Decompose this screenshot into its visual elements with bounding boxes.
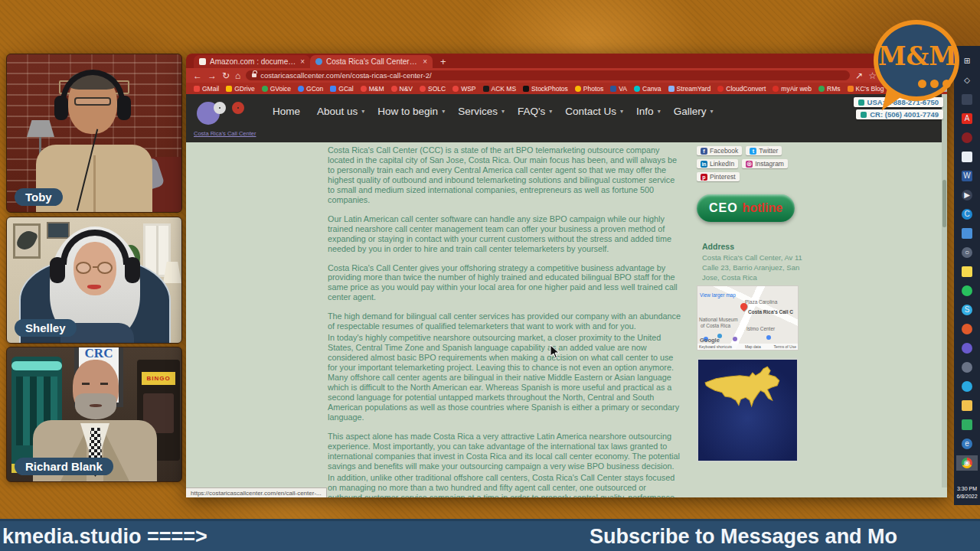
tab-close-icon[interactable]: × [423, 57, 427, 66]
page-scrollbar[interactable] [942, 94, 947, 487]
taskbar-app-icon[interactable] [956, 321, 978, 337]
tab-costa-rica-call-center[interactable]: Costa Rica's Call Center | Costa R × [310, 55, 433, 68]
new-tab-button[interactable]: + [440, 55, 446, 68]
bookmark-item[interactable]: GVoice [262, 85, 291, 93]
google-map-embed[interactable]: View larger map Plaza CarolinaCosta Rica… [697, 285, 799, 350]
lips [87, 285, 101, 289]
bookmark-item[interactable]: GCal [330, 85, 353, 93]
bookmark-item[interactable]: SOLC [420, 85, 446, 93]
taskbar-app-icon[interactable] [956, 398, 978, 413]
bookmark-item[interactable]: Photos [575, 85, 603, 93]
taskbar-app-icon[interactable]: C [956, 207, 978, 222]
bookmark-item[interactable]: Canva [634, 85, 662, 93]
nav-item[interactable]: Home [273, 106, 304, 117]
bookmark-favicon [523, 86, 529, 92]
frame-art [15, 228, 39, 253]
taskbar-app-icon[interactable]: ○ [956, 245, 978, 260]
bookmark-favicon [262, 86, 268, 92]
bookmark-item[interactable]: GCon [298, 85, 323, 93]
bookmark-favicon [717, 86, 724, 92]
bookmark-item[interactable]: GDrive [226, 85, 254, 93]
bookmark-item[interactable]: StockPhotos [523, 85, 568, 93]
taskbar-app-icon[interactable]: A [956, 111, 978, 126]
paragraph: The high demand for bilingual call cente… [328, 311, 681, 331]
scrollbar-thumb[interactable] [942, 180, 946, 227]
taskbar-app-icon[interactable]: ▶ [956, 187, 978, 203]
taskbar-app-icon[interactable]: ◉ [956, 455, 978, 471]
nav-item[interactable]: Gallery▾ [674, 106, 714, 117]
address-bar[interactable]: costaricascallcenter.com/en/costa-ricas-… [246, 70, 850, 80]
taskbar-app-icon[interactable] [956, 130, 978, 145]
taskbar-app-icon[interactable]: ◇ [956, 73, 978, 88]
bookmark-item[interactable]: RMs [818, 85, 840, 93]
social-link[interactable]: t Twitter [746, 146, 782, 155]
ceo-hotline-button[interactable]: CEOhotline [697, 194, 795, 222]
chevron-down-icon: ▾ [620, 108, 623, 115]
taskbar-app-icon[interactable] [956, 92, 978, 107]
map-label: National Museum [699, 317, 738, 322]
social-link[interactable]: in LinkedIn [697, 159, 738, 168]
phone-icon [858, 99, 864, 106]
chevron-down-icon: ▾ [442, 108, 445, 115]
taskbar-clock[interactable]: 3:30 PM 6/8/2022 [956, 485, 977, 500]
taskbar-app-icon[interactable] [956, 226, 978, 241]
bookmark-item[interactable]: N&V [391, 85, 413, 93]
taskbar-app-icon[interactable] [956, 360, 978, 375]
phone-icon [861, 112, 867, 118]
view-larger-map-link[interactable]: View larger map [700, 292, 736, 298]
main-navigation: Home About us▾ How to begin▾ Services▾ [273, 100, 713, 122]
share-icon[interactable]: ↗ [855, 71, 863, 80]
bookmark-item[interactable]: KC's Blog [848, 85, 884, 93]
taskbar-app-icon[interactable] [956, 341, 978, 356]
taskbar-app-icon[interactable] [956, 149, 978, 165]
bookmark-item[interactable]: WSP [452, 85, 475, 93]
nav-item[interactable]: Contact Us▾ [565, 106, 623, 117]
address-heading: Address [702, 242, 817, 251]
bookmark-item[interactable]: myAir web [773, 85, 812, 93]
taskbar-app-icon[interactable] [956, 379, 978, 394]
tab-amazon[interactable]: Amazon.com : document holder × [194, 55, 310, 68]
nav-item[interactable]: FAQ's▾ [518, 106, 552, 117]
glasses [74, 97, 111, 106]
ticker-left-text: kmedia.studio ====> [2, 525, 207, 549]
bookmark-item[interactable]: ACK MS [483, 85, 517, 93]
google-logo: Google [700, 337, 720, 344]
social-link[interactable]: f Facebook [697, 146, 742, 155]
social-link[interactable]: p Pinterest [697, 172, 740, 181]
bookmark-favicon [330, 86, 336, 92]
headphone-cup [54, 96, 68, 120]
bookmark-item[interactable]: GMail [194, 85, 219, 93]
nav-item[interactable]: Services▾ [458, 106, 505, 117]
bookmark-favicon [634, 86, 640, 92]
site-brand[interactable]: Costa Rica's Call Center [194, 130, 256, 137]
taskbar-app-icon[interactable] [956, 417, 978, 432]
taskbar-app-icon[interactable]: W [956, 168, 978, 184]
bookmark-item[interactable]: StreamYard [668, 85, 711, 93]
bookmark-item[interactable]: CloudConvert [717, 85, 766, 93]
back-button[interactable]: ← [193, 71, 202, 80]
home-button[interactable]: ⌂ [235, 71, 240, 80]
bookmark-favicon [298, 86, 304, 92]
webcam-richard-blank: BINGO CRC Richard Blank [6, 347, 182, 482]
bookmark-favicon [610, 86, 616, 92]
map-poi-icon [733, 337, 737, 341]
taskbar-app-icon[interactable]: e [956, 436, 978, 452]
bookmark-item[interactable]: VA [610, 85, 627, 93]
nav-item[interactable]: How to begin▾ [377, 106, 445, 117]
taskbar-app-icon[interactable] [956, 283, 978, 298]
map-label: of Costa Rica [701, 323, 730, 328]
social-link[interactable]: ◎ Instagram [742, 159, 788, 168]
taskbar-app-icon[interactable]: ⊞ [956, 54, 978, 69]
social-icon: p [701, 174, 707, 181]
glasses [97, 262, 113, 274]
bookmark-favicon [420, 86, 426, 92]
taskbar-app-icon[interactable] [956, 264, 978, 279]
forward-button[interactable]: → [207, 71, 217, 80]
nav-item[interactable]: About us▾ [317, 106, 364, 117]
reload-button[interactable]: ↻ [222, 71, 230, 80]
bookmark-item[interactable]: M&M [361, 85, 384, 93]
taskbar-app-icon[interactable]: S [956, 302, 978, 318]
bookmark-favicon [361, 86, 367, 92]
nav-item[interactable]: Info▾ [636, 106, 661, 117]
tab-close-icon[interactable]: × [300, 57, 305, 66]
